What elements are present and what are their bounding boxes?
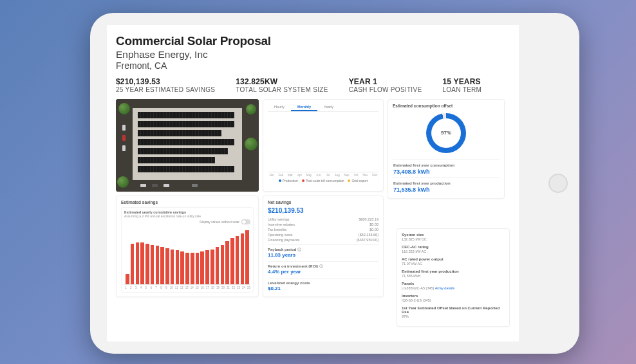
kpi-value: 132.825KW [236,77,328,86]
kpi-loan-term: 15 YEARS LOAN TERM [442,77,482,94]
location: Fremont, CA [116,60,510,71]
system-row: System size132.825 kW DC [402,233,505,241]
payback-value: 11.83 years [268,252,379,258]
system-row: PanelsLG385N2C-A5 (345) Array details [402,282,505,290]
system-row: 1st Year Estimated Offset Based on Curre… [402,306,505,318]
kpi-value: 15 YEARS [442,77,482,86]
monthly-legend: Production Post-solar bill consumption G… [268,179,379,183]
legend-export: Grid export [348,179,368,183]
kpi-system-size: 132.825KW TOTAL SOLAR SYSTEM SIZE [236,77,328,94]
info-icon[interactable]: i [297,248,301,251]
net-row: Operating costs($52,133.66) [268,232,379,237]
proposal-screen: Commercial Solar Proposal Enphase Energy… [107,25,519,341]
kpi-label: CASH FLOW POSITIVE [349,86,422,94]
roi-label: Return on investment (ROI) [268,264,318,268]
tablet-frame: Commercial Solar Proposal Enphase Energy… [90,13,579,354]
lcoe-label: Levelized energy costs [268,281,310,285]
net-savings-breakdown: Utility savings$600,223.19Incentive reba… [268,217,379,242]
tab-hourly[interactable]: Hourly [268,104,291,111]
net-row: Incentive rebates$0.00 [268,222,379,227]
first-year-consumption: Estimated first year consumption 73,408.… [393,159,500,176]
offset-percent: 97% [431,118,461,148]
kpi-label: 25 YEAR ESTIMATED SAVINGS [116,86,215,94]
tab-monthly[interactable]: Monthly [291,104,317,111]
savings-title: Estimated savings [121,200,254,205]
legend-consumption: Post-solar bill consumption [302,179,344,183]
company-name: Enphase Energy, Inc [116,49,510,60]
consumption-offset-card: Estimated consumption offset 97% Estimat… [388,99,505,199]
net-row: Utility savings$600,223.19 [268,217,379,222]
legend-production: Production [279,179,298,183]
offset-title: Estimated consumption offset [393,104,500,108]
offset-donut: 97% [393,111,500,158]
savings-bar-chart [124,228,250,285]
kpi-value: YEAR 1 [349,77,422,86]
kpi-label: TOTAL SOLAR SYSTEM SIZE [236,86,328,94]
savings-x-axis: 1234567891011121314151617181920212223242… [124,286,250,289]
kpi-cashflow: YEAR 1 CASH FLOW POSITIVE [349,77,422,94]
estimated-savings-card: Estimated savings Estimated yearly cumul… [116,196,259,297]
kpi-row: $210,139.53 25 YEAR ESTIMATED SAVINGS 13… [116,77,510,94]
monthly-bar-chart [268,114,379,172]
site-aerial-image [116,99,259,192]
home-button[interactable] [548,174,568,193]
net-savings-title: Net savings [268,200,379,205]
payback-label: Payback period [268,248,296,251]
lcoe-value: $0.21 [268,286,379,291]
roi-value: 4.4% per year [268,269,379,275]
net-savings-card: Net savings $210,139.53 Utility savings$… [263,196,384,297]
net-savings-amount: $210,139.53 [268,207,379,214]
system-rows: System size132.825 kW DCCEC-AC rating116… [402,233,505,318]
system-row: InvertersIQ8-60-2-US (345) [402,294,505,302]
savings-note: Assuming a 2.9% annual escalation rate o… [124,214,250,218]
system-info-card: System size132.825 kW DCCEC-AC rating116… [397,228,510,327]
header: Commercial Solar Proposal Enphase Energy… [116,34,510,71]
net-row: Tax benefits$0.00 [268,227,379,232]
chart-tabs: Hourly Monthly Yearly [268,104,379,112]
first-year-production: Estimated first year production 71,535.8… [393,177,500,194]
system-row: CEC-AC rating116.523 kW AC [402,245,505,253]
page-title: Commercial Solar Proposal [116,34,510,48]
system-row: AC rated power output71.07 kW AC [402,257,505,266]
monthly-x-axis: JanFebMarAprMayJunJulAugSepOctNovDec [268,174,379,177]
toggle-label: Display values without solar [200,220,239,224]
kpi-savings: $210,139.53 25 YEAR ESTIMATED SAVINGS [116,77,215,94]
kpi-value: $210,139.53 [116,77,215,86]
system-row: Estimated first year production71,535 kW… [402,269,505,278]
array-details-link[interactable]: Array details [435,286,455,290]
toggle-row: Display values without solar [124,219,250,224]
kpi-label: LOAN TERM [442,86,482,94]
net-row: Financing payments($337,950.00) [268,237,379,242]
display-without-solar-toggle[interactable] [241,219,250,224]
monthly-energy-card: Hourly Monthly Yearly JanFebMarAprMayJun… [263,99,384,192]
info-icon[interactable]: i [319,264,323,268]
tab-yearly[interactable]: Yearly [317,104,340,111]
